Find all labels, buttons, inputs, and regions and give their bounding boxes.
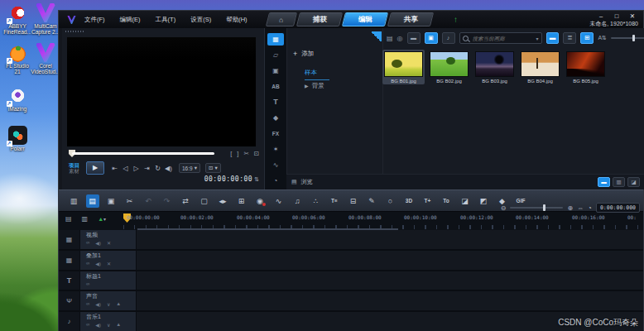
panel-fold-icon[interactable]: [371, 31, 382, 42]
filter-icon[interactable]: FX: [267, 127, 284, 140]
sync-icon[interactable]: ◔: [267, 175, 284, 187]
gallery-item-background[interactable]: ▶背景: [286, 79, 382, 93]
auto-transition-button[interactable]: ⇄: [179, 194, 192, 208]
media-icon[interactable]: ▦: [267, 33, 284, 46]
multi-trim-button[interactable]: ✂: [123, 194, 137, 208]
copy-button[interactable]: ▣: [104, 194, 118, 208]
column-view-icon[interactable]: ▥: [613, 177, 625, 187]
split-screen-template-button[interactable]: ⊟: [347, 194, 360, 208]
track-manager-button[interactable]: ⊞: [235, 194, 248, 208]
menu-edit[interactable]: 编辑(E): [118, 14, 143, 26]
batch-convert-button[interactable]: ◪: [459, 194, 472, 208]
time-remap-button[interactable]: ◩: [477, 194, 490, 208]
tab-edit[interactable]: 编辑: [342, 12, 388, 26]
undo-button[interactable]: ↶: [142, 194, 155, 208]
music-track-header[interactable]: 音乐1 ∞ ◀) ∨ ▲: [80, 312, 137, 331]
desktop-icon-imazing[interactable]: ↗ iMazing: [2, 86, 32, 112]
overlay-icon[interactable]: ◆: [267, 112, 284, 124]
sort-icon[interactable]: A⇅: [598, 35, 607, 41]
title-track-lane[interactable]: [137, 271, 643, 290]
instant-project-button[interactable]: ▢: [198, 194, 211, 208]
video-track-lane[interactable]: [137, 230, 643, 249]
title-track-icon[interactable]: T: [59, 271, 80, 290]
desktop-icon-abbyy[interactable]: ↗ ABBYY FineRead...: [2, 3, 32, 35]
voice-track-lane[interactable]: [137, 291, 643, 310]
repeat-button[interactable]: ↻: [152, 165, 163, 172]
project-mode-toggle[interactable]: 项目: [69, 162, 79, 168]
motion-path-icon[interactable]: ∿: [267, 159, 284, 171]
mask-creator-button[interactable]: ✎: [365, 194, 378, 208]
sound-mixer-button[interactable]: ∿: [272, 194, 286, 208]
link-icon[interactable]: ∞: [86, 322, 89, 328]
music-track-icon[interactable]: ♪: [59, 312, 80, 331]
filter-photo-button[interactable]: ▣: [425, 32, 438, 44]
tab-share[interactable]: 共享: [387, 12, 434, 26]
overlay-track-header[interactable]: 叠加1 ∞ ◀) ✕: [80, 251, 137, 270]
timecode-spinner-icon[interactable]: ⇅: [254, 176, 259, 183]
zoom-in-icon[interactable]: ⊕: [567, 204, 573, 212]
slider-thumb[interactable]: [632, 35, 635, 41]
voice-track-icon[interactable]: Ψ: [59, 291, 80, 310]
chapter-marker-menu[interactable]: ▲▾: [98, 216, 106, 222]
voice-track-header[interactable]: 声音 ∞ ◀) ∨ ▲: [80, 291, 137, 310]
subtitle-editor-button[interactable]: T≡: [328, 194, 341, 208]
play-button[interactable]: ▶: [86, 161, 104, 175]
scrub-bar[interactable]: [ ] ✂ ⊡: [69, 150, 259, 158]
motion-tracking-button[interactable]: ∴: [310, 194, 323, 208]
thumbnail-size-slider[interactable]: [611, 37, 644, 39]
overlay-track-lane[interactable]: [137, 251, 643, 270]
aspect-ratio-dropdown[interactable]: 16:9▾: [179, 163, 200, 173]
upload-icon[interactable]: ↑: [433, 12, 478, 26]
maximize-button[interactable]: □: [613, 12, 621, 20]
mark-out-icon[interactable]: ]: [237, 150, 238, 157]
desktop-icon-flstudio[interactable]: ↗ FL Studio 21: [2, 43, 32, 74]
photo-icon[interactable]: ▣: [267, 65, 284, 77]
library-search[interactable]: ▾: [459, 32, 542, 44]
gallery-item-sample[interactable]: 样本: [305, 66, 329, 80]
panel-drag-handle[interactable]: [65, 31, 84, 32]
import-media-icon[interactable]: ▤: [387, 35, 393, 42]
timeline-view-button[interactable]: ▤: [86, 194, 99, 208]
media-item[interactable]: BG B05.jpg: [565, 50, 607, 84]
go-end-button[interactable]: ⇥: [142, 165, 152, 172]
clip-mode-toggle[interactable]: 素材: [69, 168, 79, 174]
tab-capture[interactable]: 捕获: [296, 12, 343, 26]
mute-icon[interactable]: ◀): [95, 322, 101, 328]
link-icon[interactable]: ∞: [86, 301, 89, 307]
filter-video-button[interactable]: ▬: [407, 32, 421, 44]
subtitle-options-button[interactable]: To: [440, 194, 453, 208]
waveform-toggle-icon[interactable]: ∨: [107, 322, 110, 328]
video-track-icon[interactable]: ▦: [59, 230, 80, 249]
mute-icon[interactable]: ◀): [95, 301, 101, 307]
track-list-icon[interactable]: ▥: [82, 215, 89, 223]
get-content-icon[interactable]: ◎: [397, 35, 403, 42]
go-start-button[interactable]: ⇤: [109, 165, 120, 172]
ducking-icon[interactable]: ▲: [116, 301, 121, 307]
title-track-header[interactable]: 标题1 ∞: [80, 271, 137, 290]
record-capture-button[interactable]: ◉: [253, 194, 267, 208]
scrub-track[interactable]: [72, 152, 214, 155]
effect-icon[interactable]: ✶: [267, 143, 284, 156]
menu-file[interactable]: 文件(F): [82, 14, 108, 26]
menu-help[interactable]: 帮助(H): [223, 14, 249, 26]
overlay-track-icon[interactable]: ▦: [59, 251, 80, 270]
link-icon[interactable]: ∞: [86, 240, 89, 246]
panel-view-button[interactable]: ▬: [546, 32, 560, 44]
mute-icon[interactable]: ◀): [95, 261, 101, 266]
mark-in-icon[interactable]: [: [230, 150, 232, 157]
timeline-scrollbar[interactable]: [137, 228, 398, 230]
add-gallery-button[interactable]: + 添加: [293, 50, 314, 58]
fit-timeline-icon[interactable]: ⇔: [577, 204, 584, 212]
desktop-icon-polarr[interactable]: ↗ Polarr: [2, 126, 32, 151]
menu-tools[interactable]: 工具(T): [153, 14, 179, 26]
template-icon[interactable]: ▱: [267, 49, 284, 61]
home-tab[interactable]: ⌂: [266, 12, 297, 26]
waveform-toggle-icon[interactable]: ∨: [107, 301, 110, 307]
enlarge-icon[interactable]: ⊡: [254, 150, 259, 157]
desktop-icon-videostudio[interactable]: Corel VideoStud...: [31, 43, 60, 74]
compact-view-icon[interactable]: ◪: [627, 177, 640, 187]
browse-folder-icon[interactable]: ▤: [291, 179, 297, 185]
ducking-icon[interactable]: ▲: [116, 322, 121, 328]
zoom-out-icon[interactable]: ⊖: [501, 204, 507, 212]
clock-icon[interactable]: ◔: [588, 204, 592, 212]
